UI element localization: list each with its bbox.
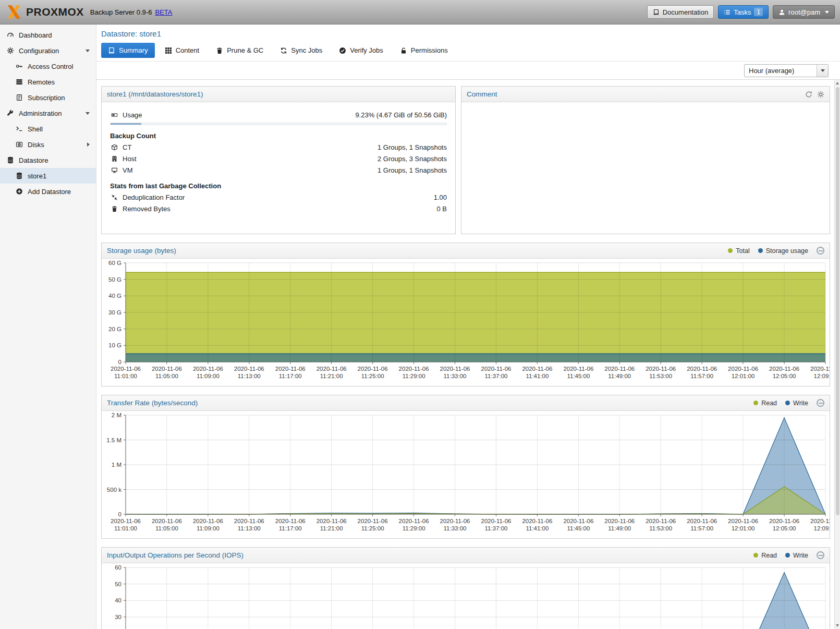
svg-text:2 M: 2 M [112,412,121,418]
transfer-rate-chart: 0500 k1 M1.5 M2 M2020-11-0611:01:002020-… [102,412,830,537]
collapse-icon[interactable] [817,247,824,255]
wrench-icon [6,110,15,117]
timeframe-select[interactable]: Hour (average) [744,64,829,77]
sidebar: Dashboard Configuration Acces [0,25,96,629]
database-icon [6,156,15,164]
sidebar-item-add-datastore[interactable]: Add Datastore [0,184,96,199]
sidebar-item-store1[interactable]: store1 [0,168,96,184]
svg-text:11:49:00: 11:49:00 [608,373,631,379]
svg-text:12:01:00: 12:01:00 [732,373,755,379]
scroll-up-arrow[interactable] [835,80,840,87]
svg-text:11:41:00: 11:41:00 [526,525,549,531]
beta-link[interactable]: BETA [155,8,172,16]
tab-prune-gc[interactable]: Prune & GC [209,43,270,58]
legend-item-storage-usage[interactable]: Storage usage [758,247,808,255]
trash-icon [216,47,223,54]
desktop-icon [110,167,119,174]
svg-text:11:09:00: 11:09:00 [197,525,220,531]
comment-body[interactable] [461,102,830,115]
svg-text:10 G: 10 G [108,342,121,348]
document-icon [15,94,24,101]
trash-icon [110,205,119,212]
legend-dot [785,553,790,558]
collapse-icon[interactable] [817,399,824,407]
svg-text:11:13:00: 11:13:00 [238,525,261,531]
svg-text:2020-11-06: 2020-11-06 [522,518,552,524]
tab-summary[interactable]: Summary [101,43,155,58]
backup-count-row-ct: CT 1 Groups, 1 Snapshots [110,142,447,152]
tab-sync-jobs[interactable]: Sync Jobs [273,43,329,58]
sidebar-item-disks[interactable]: Disks [0,137,96,152]
storage-usage-panel: Storage usage (bytes) Total Storage usag… [101,243,830,386]
legend-item-write[interactable]: Write [785,400,808,407]
svg-text:11:05:00: 11:05:00 [155,525,178,531]
collapse-icon[interactable] [817,551,824,559]
gear-icon[interactable] [817,91,824,98]
usage-progressbar [110,123,447,125]
svg-text:11:05:00: 11:05:00 [155,373,178,379]
terminal-icon [15,125,24,132]
documentation-button[interactable]: Documentation [647,5,714,19]
combo-trigger-icon[interactable] [817,65,828,77]
svg-text:2020-11-06: 2020-11-06 [522,366,552,372]
sidebar-item-datastore[interactable]: Datastore [0,152,96,168]
tab-content[interactable]: Content [158,43,206,58]
tab-permissions[interactable]: Permissions [393,43,455,58]
chevron-down-icon[interactable] [86,112,90,115]
legend-item-read[interactable]: Read [753,400,777,407]
svg-text:0: 0 [118,511,121,517]
sidebar-item-shell[interactable]: Shell [0,121,96,137]
iops-panel: Input/Output Operations per Second (IOPS… [101,547,830,629]
svg-text:12:05:00: 12:05:00 [773,373,796,379]
svg-text:2020-11-06: 2020-11-06 [646,366,676,372]
panel-header: Comment [461,87,830,102]
user-icon [778,9,785,16]
svg-text:11:17:00: 11:17:00 [279,525,302,531]
svg-text:2020-11-06: 2020-11-06 [275,518,306,524]
svg-text:11:01:00: 11:01:00 [114,525,137,531]
legend-dot [753,553,758,558]
refresh-icon[interactable] [805,91,812,98]
grid-icon [165,47,172,54]
legend-item-total[interactable]: Total [728,247,749,255]
sidebar-item-administration[interactable]: Administration [0,105,96,121]
panel-header: Input/Output Operations per Second (IOPS… [102,548,830,563]
sidebar-item-dashboard[interactable]: Dashboard [0,27,96,43]
svg-text:2020-11-06: 2020-11-06 [111,518,141,524]
svg-text:2020-11-06: 2020-11-06 [687,366,717,372]
chevron-right-icon[interactable] [87,142,90,147]
topbar-actions: Documentation Tasks 1 [647,5,835,19]
svg-text:11:33:00: 11:33:00 [444,525,467,531]
svg-text:2020-11-06: 2020-11-06 [810,366,830,372]
legend-item-write[interactable]: Write [785,552,808,559]
legend-item-read[interactable]: Read [753,552,777,559]
svg-text:1.5 M: 1.5 M [106,437,121,443]
svg-text:2020-11-06: 2020-11-06 [152,518,182,524]
backup-count-row-host: Host 2 Groups, 3 Snapshots [110,153,447,164]
svg-text:2020-11-06: 2020-11-06 [234,518,264,524]
user-menu-button[interactable]: root@pam [773,5,835,19]
sidebar-item-remotes[interactable]: Remotes [0,74,96,90]
gear-icon [6,47,15,54]
scroll-down-arrow[interactable] [835,622,840,629]
tab-verify-jobs[interactable]: Verify Jobs [332,43,390,58]
svg-text:2020-11-06: 2020-11-06 [316,518,347,524]
svg-text:11:21:00: 11:21:00 [320,373,343,379]
panel-body: 010 G20 G30 G40 G50 G60 G2020-11-0611:01… [102,259,830,386]
svg-text:11:13:00: 11:13:00 [238,373,261,379]
legend-dot [758,248,763,253]
svg-text:11:33:00: 11:33:00 [444,373,467,379]
scrollbar-thumb[interactable] [836,87,839,515]
compress-icon [110,194,119,201]
tasks-button[interactable]: Tasks 1 [718,5,769,19]
vertical-scrollbar[interactable] [834,80,840,629]
usage-row: Usage 9.23% (4.67 GiB of 50.56 GiB) [110,110,447,120]
sidebar-item-configuration[interactable]: Configuration [0,43,96,58]
sidebar-item-access-control[interactable]: Access Control [0,58,96,74]
sidebar-item-subscription[interactable]: Subscription [0,90,96,105]
chevron-down-icon[interactable] [86,50,90,52]
panel-header: Storage usage (bytes) Total Storage usag… [102,243,830,259]
svg-text:2020-11-06: 2020-11-06 [604,366,635,372]
svg-text:2020-11-06: 2020-11-06 [152,366,182,372]
gauge-icon [6,31,15,39]
